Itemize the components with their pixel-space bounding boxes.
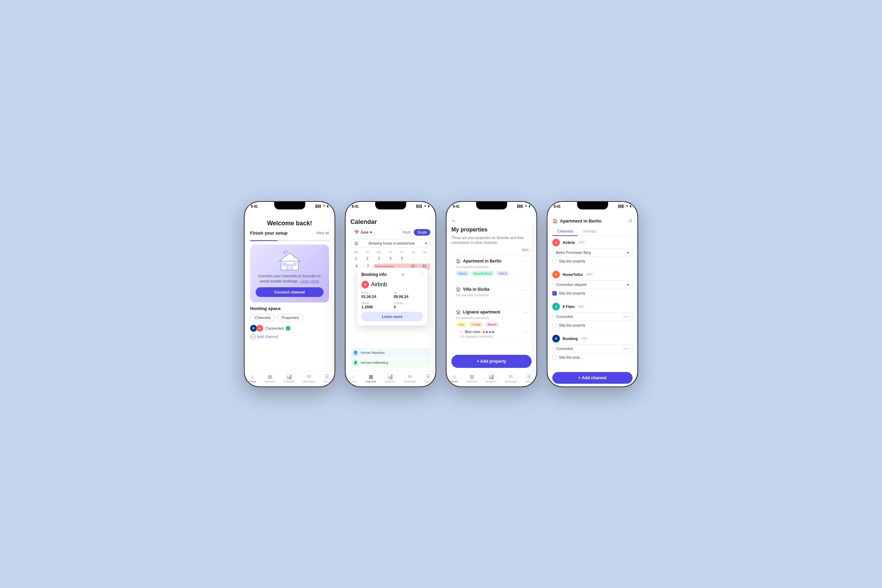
nav-stats-props[interactable]: 📊 Statistics	[486, 374, 496, 383]
nav-calendar[interactable]: ▦ Calendar	[264, 374, 275, 383]
property-selector[interactable]: 🏠 Amazing house in weissensee ▾	[350, 239, 430, 248]
tab-channels[interactable]: Channels	[250, 314, 275, 321]
close-button[interactable]: ✕	[628, 218, 633, 224]
wifi-icon-channel: ▼	[626, 205, 628, 208]
status-time-home: 9:41	[251, 205, 258, 208]
nav-stats-cal[interactable]: 📊 Statistics	[384, 374, 396, 383]
add-property-button[interactable]: + Add property	[452, 355, 532, 368]
cal-day-1[interactable]: 1	[350, 255, 362, 262]
hosting-tabs: Channels Properties	[250, 314, 329, 321]
nav-menu-props[interactable]: ☰ Menu	[525, 374, 532, 383]
menu-label-props: Menu	[525, 380, 532, 383]
single-view-option[interactable]: Single	[414, 229, 430, 236]
airbnb-header: A Airbnb API	[552, 239, 633, 246]
nav-messages-cal[interactable]: ✉ Messages	[404, 374, 416, 383]
airbnb-skip-label: Skip this property	[559, 260, 585, 263]
popup-close-icon[interactable]: ✕	[401, 272, 405, 277]
add-channel-label: Add channel	[257, 334, 278, 339]
hometogo-skip-checkbox[interactable]: ✓	[552, 291, 557, 296]
property-name: Amazing house in weissensee	[369, 242, 415, 245]
learn-more-button[interactable]: Learn more	[362, 312, 423, 321]
chevron-down-icon: ▾	[370, 230, 372, 235]
nav-menu-cal[interactable]: ☰ Menu	[424, 374, 431, 383]
back-button[interactable]: ←	[452, 218, 532, 224]
progress-fill	[250, 240, 278, 241]
cal-day-5[interactable]: 5	[396, 255, 408, 262]
9flats-skip-label: Skip this property	[559, 324, 585, 327]
nav-home[interactable]: ⌂ Home	[249, 374, 256, 383]
hosting-title: Hosting space	[250, 306, 329, 311]
add-channel-button[interactable]: + Add channel	[250, 334, 329, 339]
day-sa: Sa	[408, 250, 419, 254]
setup-title: Finish your setup	[250, 231, 287, 236]
channel-tabs-row: Channels Settings	[552, 227, 633, 236]
nav-messages-props[interactable]: ✉ Messages	[505, 374, 517, 383]
multi-view-option[interactable]: Multi	[400, 229, 414, 236]
9flats-connected[interactable]: Connected	[552, 312, 633, 321]
cal-day-3[interactable]: 3	[374, 255, 384, 262]
hometogo-header: H HomeToGo API	[552, 271, 633, 278]
prop-menu-sicilia[interactable]: ···	[523, 286, 527, 292]
cal-day-2[interactable]: 2	[362, 255, 373, 262]
prop-name-lignano: 🏠 Lignano apartment	[456, 310, 500, 315]
9flats-skip-checkbox[interactable]	[552, 323, 557, 328]
month-label: June	[360, 230, 369, 234]
nav-home-cal[interactable]: ⌂ Home	[350, 374, 357, 383]
view-all-link[interactable]: View all	[316, 231, 329, 235]
status-bar-props: 9:41 ▌▌▌ ▼ ▮	[447, 202, 536, 215]
property-card-berlin[interactable]: 🏠 Apartment in Berlin ··· 3/3 channels c…	[452, 255, 532, 280]
popup-header: Booking info ✕ ?	[362, 272, 423, 277]
sub-prop-menu[interactable]: ···	[523, 329, 527, 335]
calendar-nav-icon: ▦	[268, 374, 272, 379]
apt-name: Apartment in Berlin	[560, 218, 602, 224]
channel-hometogo: H HomeToGo API Connection skipped ▾ ✓ Sk…	[552, 271, 633, 296]
menu-nav-label: Menu	[324, 380, 330, 383]
signal-icon-props: ▌▌▌	[518, 205, 524, 208]
tab-channels-ch[interactable]: Channels	[552, 227, 578, 236]
battery-icon-channel: ▮	[630, 205, 631, 208]
booking-skip-checkbox[interactable]	[552, 355, 557, 360]
nav-calendar-props[interactable]: ▦ Calendar	[466, 374, 477, 383]
conn-dot-2	[626, 316, 627, 317]
prop-menu-lignano[interactable]: ···	[523, 309, 527, 315]
status-bar-calendar: 9:41 ▌▌▌ ▼ ▮	[346, 202, 435, 215]
hometogo-chevron: ▾	[627, 283, 629, 286]
stats-icon-props: 📊	[488, 374, 494, 379]
property-card-sicilia[interactable]: 🏠 Villa in Sicilia ··· 3/3 channels conn…	[452, 283, 532, 303]
booking-connected[interactable]: Connected	[552, 345, 633, 353]
tab-settings-ch[interactable]: Settings	[578, 227, 601, 236]
nav-calendar-cal[interactable]: ▦ Calendar	[365, 374, 376, 383]
sort-icon[interactable]: ↓	[530, 248, 532, 252]
tab-properties[interactable]: Properties	[277, 314, 303, 321]
home-label-cal: Home	[350, 380, 357, 383]
menu-label-cal: Menu	[424, 380, 431, 383]
battery-icon-cal: ▮	[428, 205, 429, 208]
guest-name-1: Roman Riquelme	[361, 351, 385, 354]
calendar-icon-small: 📅	[354, 230, 359, 235]
prop-menu-berlin[interactable]: ···	[523, 258, 527, 264]
status-icons-props: ▌▌▌ ▼ ▮	[518, 205, 530, 208]
add-channel-button-ch[interactable]: + Add channel	[552, 372, 633, 384]
property-card-lignano[interactable]: 🏠 Lignano apartment ··· 3/3 channels con…	[452, 306, 532, 342]
learn-more-link[interactable]: Learn more	[300, 279, 319, 283]
hometogo-status[interactable]: Connection skipped ▾	[552, 280, 633, 289]
day-we: We	[374, 250, 385, 254]
messages-icon-props: ✉	[509, 374, 513, 379]
menu-nav-icon: ☰	[325, 374, 329, 379]
nav-home-props[interactable]: ⌂ Home	[451, 374, 458, 383]
popup-channel: A Airbnb	[362, 281, 423, 288]
popup-title: Booking info	[362, 272, 387, 277]
sub-channels-label: 3/3 channels connected	[456, 335, 527, 338]
airbnb-skip-checkbox[interactable]	[552, 259, 557, 264]
popup-value-row: Value 1.200€ Guests 4	[362, 302, 423, 309]
9flats-connected-label: Connected	[556, 315, 573, 319]
cal-day-4[interactable]: 4	[385, 255, 396, 262]
nav-statistics[interactable]: 📊 Statistics	[284, 374, 295, 383]
airbnb-dropdown[interactable]: Berlin Prenzlauer Berg ▾	[552, 248, 633, 257]
month-selector[interactable]: 📅 June ▾	[350, 228, 376, 236]
menu-icon-cal: ☰	[426, 374, 430, 379]
9flats-badge: DB	[578, 304, 585, 308]
nav-messages[interactable]: ✉ Messages	[303, 374, 315, 383]
nav-menu[interactable]: ☰ Menu	[324, 374, 330, 383]
connect-channel-button[interactable]: Connect channel	[256, 287, 324, 297]
